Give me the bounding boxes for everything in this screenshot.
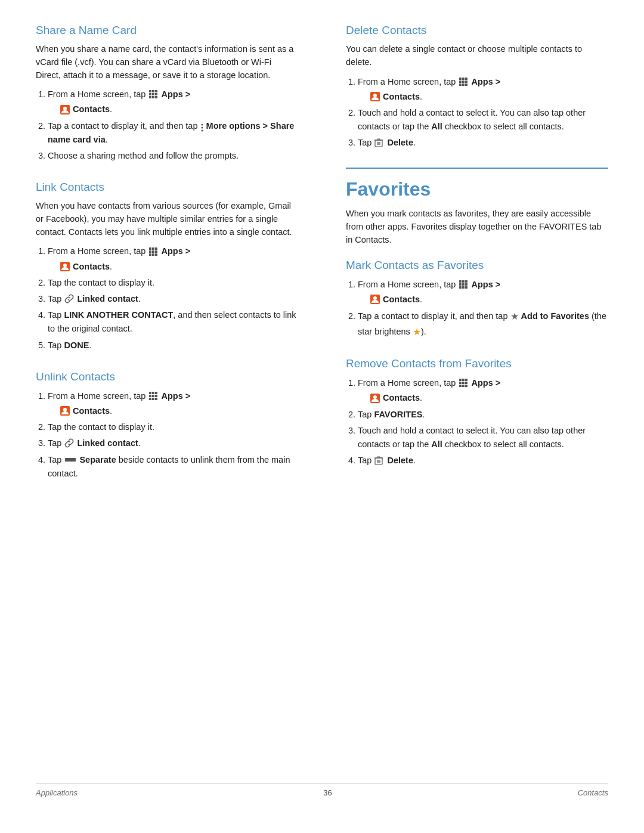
unlink-contacts-section: Unlink Contacts From a Home screen, tap [36, 370, 298, 481]
svg-rect-31 [149, 398, 151, 400]
contacts-line: Contacts. [60, 404, 298, 418]
share-name-card-intro: When you share a name card, the contact'… [36, 43, 298, 82]
svg-rect-7 [152, 96, 154, 98]
linked-icon [64, 438, 74, 448]
link-another-label: LINK ANOTHER CONTACT [64, 310, 173, 320]
svg-rect-8 [155, 96, 157, 98]
unlink-contacts-steps: From a Home screen, tap [48, 389, 298, 481]
share-name-card-steps: From a Home screen, tap [48, 88, 298, 163]
contacts-line: Contacts. [370, 90, 608, 104]
left-column: Share a Name Card When you share a name … [36, 24, 310, 765]
list-item: Tap FAVORITES. [358, 408, 608, 422]
svg-point-35 [63, 408, 67, 411]
svg-rect-41 [465, 80, 467, 83]
two-column-layout: Share a Name Card When you share a name … [36, 24, 608, 765]
contacts-line: Contacts. [60, 103, 298, 116]
list-item: Tap DONE. [48, 339, 298, 352]
footer-page-number: 36 [323, 788, 332, 797]
svg-rect-30 [155, 395, 157, 397]
list-item: Touch and hold a contact to select it. Y… [358, 424, 608, 451]
contacts-icon [370, 394, 380, 403]
mark-favorites-title: Mark Contacts as Favorites [346, 259, 608, 272]
svg-rect-17 [149, 250, 151, 253]
add-to-favorites-label: Add to Favorites [521, 311, 589, 321]
linked-icon [64, 294, 74, 304]
svg-rect-60 [465, 286, 467, 289]
share-name-card-title: Share a Name Card [36, 24, 298, 37]
svg-rect-55 [459, 283, 462, 286]
favorites-main-title: Favorites [346, 178, 608, 200]
list-item: Tap Separate beside contacts to unlink t… [48, 453, 298, 481]
page: Share a Name Card When you share a name … [0, 0, 644, 833]
apps-label: Apps > [161, 246, 190, 256]
favorites-intro: When you mark contacts as favorites, the… [346, 208, 608, 246]
svg-rect-36 [459, 78, 462, 80]
list-item: Tap LINK ANOTHER CONTACT, and then selec… [48, 308, 298, 336]
star-empty-icon: ★ [510, 311, 519, 321]
svg-rect-71 [465, 385, 467, 387]
list-item: From a Home screen, tap [48, 244, 298, 273]
done-label: DONE [64, 340, 89, 350]
footer-left: Applications [36, 788, 78, 797]
svg-rect-21 [152, 253, 154, 256]
contacts-label: Contacts [383, 393, 420, 402]
svg-rect-54 [465, 280, 467, 283]
list-item: Tap Delete. [358, 454, 608, 467]
delete-contacts-intro: You can delete a single contact or choos… [346, 43, 608, 69]
apps-label: Apps > [161, 89, 190, 99]
svg-rect-69 [459, 385, 462, 387]
remove-favorites-steps: From a Home screen, tap [358, 376, 608, 467]
list-item: Tap the contact to display it. [48, 276, 298, 290]
svg-point-73 [373, 395, 377, 399]
list-item: From a Home screen, tap [48, 88, 298, 116]
list-item: From a Home screen, tap [358, 278, 608, 306]
svg-rect-66 [459, 382, 462, 384]
contacts-line: Contacts. [60, 260, 298, 274]
list-item: Tap a contact to display it, and then ta… [358, 309, 608, 339]
apps-icon [148, 391, 158, 401]
svg-point-13 [201, 129, 203, 131]
all-label: All [431, 439, 442, 449]
delete-contacts-title: Delete Contacts [346, 24, 608, 37]
linked-contact-label: Linked contact [77, 438, 138, 448]
contacts-icon [60, 262, 70, 271]
contacts-icon [370, 92, 380, 101]
right-column: Delete Contacts You can delete a single … [340, 24, 608, 765]
list-item: Choose a sharing method and follow the p… [48, 149, 298, 163]
svg-rect-18 [152, 250, 154, 253]
list-item: From a Home screen, tap [358, 376, 608, 405]
svg-rect-67 [462, 382, 465, 384]
remove-favorites-section: Remove Contacts from Favorites From a Ho… [346, 357, 608, 467]
svg-rect-5 [155, 93, 157, 95]
contacts-icon [370, 295, 380, 304]
contacts-line: Contacts. [370, 293, 608, 306]
apps-icon [148, 89, 158, 99]
svg-rect-26 [152, 392, 154, 394]
svg-rect-68 [465, 382, 467, 384]
link-contacts-title: Link Contacts [36, 181, 298, 194]
apps-label: Apps > [161, 391, 190, 401]
svg-rect-2 [155, 90, 157, 92]
list-item: Tap Linked contact. [48, 292, 298, 306]
svg-rect-32 [152, 398, 154, 400]
svg-rect-14 [149, 247, 151, 250]
svg-rect-39 [459, 80, 462, 83]
svg-rect-44 [465, 83, 467, 86]
svg-rect-33 [155, 398, 157, 400]
unlink-contacts-title: Unlink Contacts [36, 370, 298, 383]
separate-label: Separate [79, 455, 116, 465]
svg-rect-22 [155, 253, 157, 256]
remove-favorites-title: Remove Contacts from Favorites [346, 357, 608, 370]
contacts-label: Contacts [73, 406, 110, 416]
apps-icon [459, 77, 468, 86]
svg-rect-59 [462, 286, 465, 289]
contacts-label: Contacts [383, 92, 420, 101]
apps-icon [148, 247, 158, 256]
list-item: Tap Delete. [358, 136, 608, 150]
contacts-label: Contacts [73, 262, 110, 271]
mark-favorites-section: Mark Contacts as Favorites From a Home s… [346, 259, 608, 340]
delete-label: Delete [387, 138, 413, 147]
link-contacts-section: Link Contacts When you have contacts fro… [36, 181, 298, 352]
contacts-icon [60, 406, 70, 416]
svg-rect-65 [465, 379, 467, 381]
